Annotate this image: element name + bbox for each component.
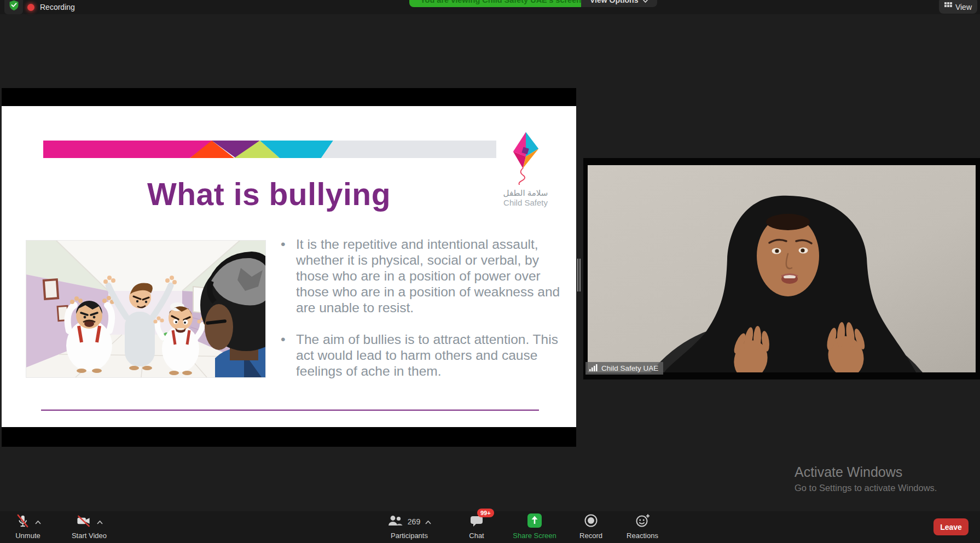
share-screen-button[interactable]: Share Screen: [502, 515, 567, 540]
reactions-label: Reactions: [627, 532, 658, 540]
reactions-button[interactable]: Reactions: [618, 515, 667, 540]
participants-count: 269: [408, 517, 420, 526]
shield-icon: [9, 0, 19, 13]
viewing-banner-text: You are viewing Child Safety UAE's scree…: [420, 0, 581, 4]
view-button-label: View: [955, 3, 972, 11]
participants-options-chevron[interactable]: [425, 517, 431, 527]
unmute-options-chevron[interactable]: [35, 517, 41, 527]
recording-dot-icon: [27, 4, 34, 11]
participant-name-text: Child Safety UAE: [601, 364, 658, 372]
logo-arabic-text: سلامة الطفل: [494, 188, 557, 198]
activate-windows-subtitle: Go to Settings to activate Windows.: [795, 483, 937, 493]
participant-name-label: Child Safety UAE: [585, 362, 663, 375]
speaker-video-tile: Child Safety UAE: [583, 158, 980, 379]
chat-button[interactable]: 99+ Chat: [455, 515, 498, 540]
recording-indicator: Recording: [27, 0, 75, 14]
recording-label: Recording: [40, 3, 75, 11]
viewing-banner-clip: You are viewing Child Safety UAE's scree…: [409, 0, 592, 7]
grid-view-icon: [944, 2, 952, 11]
view-button[interactable]: View: [939, 0, 977, 14]
slide-bullet-1: It is the repetitive and intentional ass…: [280, 236, 564, 316]
chevron-down-icon: [642, 0, 648, 4]
chat-label: Chat: [469, 532, 484, 540]
speaker-video-feed: [588, 165, 976, 372]
viewing-screen-banner: You are viewing Child Safety UAE's scree…: [409, 0, 592, 7]
shared-screen-stage: سلامة الطفل Child Safety What is bullyin…: [2, 88, 576, 447]
camera-off-icon: [76, 513, 92, 530]
start-video-label: Start Video: [72, 532, 107, 540]
participants-icon: [387, 514, 403, 529]
slide-decorative-bar: [43, 141, 496, 158]
security-shield-button[interactable]: [4, 0, 23, 14]
slide-bullet-list: It is the repetitive and intentional ass…: [280, 236, 564, 395]
zoom-meeting-window: Recording You are viewing Child Safety U…: [0, 0, 980, 543]
bullying-cartoon-image: [26, 241, 265, 377]
view-options-clip: View Options: [581, 0, 657, 7]
meeting-toolbar: Unmute Start Video: [0, 511, 980, 543]
meeting-top-bar: Recording You are viewing Child Safety U…: [0, 0, 980, 14]
kite-logo-icon: [506, 177, 546, 186]
video-options-chevron[interactable]: [97, 517, 103, 527]
record-label: Record: [579, 532, 602, 540]
chat-bubble-icon: [469, 520, 484, 529]
start-video-button[interactable]: Start Video: [59, 515, 119, 540]
record-button[interactable]: Record: [569, 515, 613, 540]
presentation-slide: سلامة الطفل Child Safety What is bullyin…: [2, 106, 576, 427]
unmute-label: Unmute: [15, 532, 40, 540]
view-options-label: View Options: [590, 0, 638, 4]
share-screen-label: Share Screen: [513, 532, 556, 540]
microphone-muted-icon: [15, 513, 30, 530]
logo-english-text: Child Safety: [494, 198, 557, 207]
child-safety-logo: سلامة الطفل Child Safety: [494, 130, 557, 207]
participants-label: Participants: [391, 532, 428, 540]
share-screen-icon: [527, 513, 542, 530]
panel-resize-handle[interactable]: [577, 259, 581, 291]
chat-unread-badge: 99+: [477, 509, 494, 517]
record-icon: [584, 513, 598, 530]
reactions-smiley-icon: [635, 513, 650, 530]
participants-button[interactable]: 269 Participants: [376, 515, 442, 540]
view-options-button[interactable]: View Options: [581, 0, 657, 7]
signal-strength-icon: [589, 364, 598, 373]
slide-divider-line: [41, 410, 539, 411]
slide-bullet-2: The aim of bullies is to attract attenti…: [280, 331, 564, 379]
activate-windows-title: Activate Windows: [795, 464, 902, 480]
unmute-button[interactable]: Unmute: [5, 515, 50, 540]
leave-button[interactable]: Leave: [933, 518, 969, 535]
slide-title: What is bullying: [147, 176, 391, 212]
